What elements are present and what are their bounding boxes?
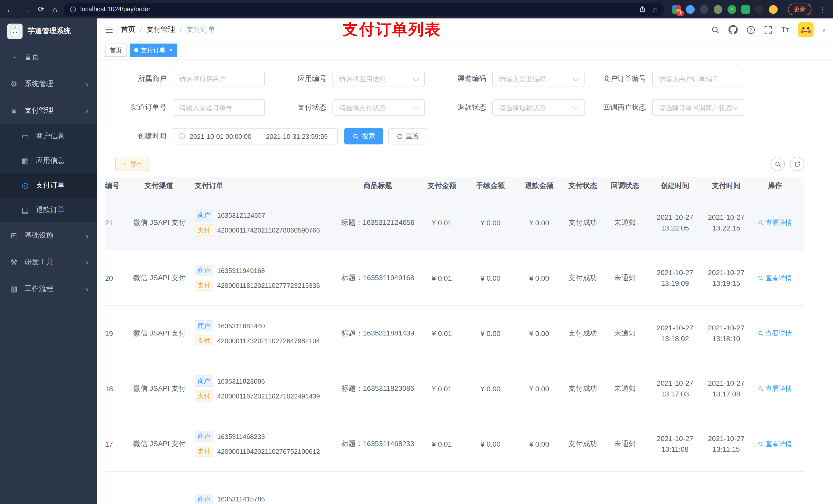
github-icon[interactable]: [729, 25, 738, 34]
home-icon[interactable]: ⌂: [52, 5, 57, 14]
cell-status: 支付成功: [564, 329, 602, 338]
document-icon: ▤: [21, 206, 30, 215]
toggle-search-button[interactable]: [770, 157, 785, 171]
cell-fee: ¥ 0.00: [466, 218, 515, 226]
refresh-table-button[interactable]: [790, 157, 804, 171]
extension-icon-4[interactable]: [714, 5, 722, 14]
address-bar[interactable]: localhost:1024/pay/order ☆: [63, 3, 664, 16]
view-detail-link[interactable]: 查看详情: [758, 439, 792, 449]
page-content: 所属商户 应用编号 渠道编码 商户订单编号 渠道订单号: [97, 59, 833, 504]
cell-action: 查看详情: [751, 273, 799, 283]
view-detail-link[interactable]: 查看详情: [758, 218, 792, 227]
cell-amount: ¥ 0.01: [418, 384, 466, 392]
back-icon[interactable]: ←: [6, 5, 14, 14]
filter-label: 渠道编码: [425, 74, 492, 83]
filter-label: 回调商户状态: [585, 103, 652, 112]
chevron-down-icon: ∨: [85, 81, 89, 87]
cell-pay-time: 2021-10-2713:11:15: [702, 433, 751, 455]
filter-input[interactable]: [173, 71, 265, 87]
chevron-down-icon: ∨: [85, 286, 89, 292]
breadcrumb-home[interactable]: 首页: [121, 25, 135, 34]
active-dot: [134, 48, 138, 52]
column-header: 支付金额: [418, 181, 466, 191]
logo-image: [7, 24, 23, 39]
cell-fee: ¥ 0.00: [466, 274, 515, 282]
cell-id: 17: [105, 440, 133, 448]
filter-input[interactable]: [332, 99, 425, 116]
sidebar-item-dev-tools[interactable]: ⚒ 研发工具 ∨: [0, 249, 97, 275]
cell-amount: ¥ 0.01: [418, 274, 466, 282]
extension-icon-8[interactable]: [769, 5, 778, 14]
filter-input[interactable]: [652, 71, 744, 87]
view-detail-link[interactable]: 查看详情: [758, 273, 792, 283]
cell-create-time: 2021-10-2713:18:02: [648, 322, 702, 344]
cell-id: 20: [105, 274, 133, 282]
pay-badge: 支付: [195, 335, 213, 346]
extension-icon-2[interactable]: [686, 5, 695, 14]
date-end[interactable]: 2021-10-31 23:59:59: [266, 133, 328, 140]
forward-icon[interactable]: →: [22, 5, 30, 14]
merchant-badge: 商户: [195, 494, 213, 504]
info-icon[interactable]: [69, 6, 76, 13]
table-row: 17 微信 JSAPI 支付 商户 1635311468233 支付 42000…: [105, 416, 804, 472]
chevron-down-icon: ∨: [85, 259, 89, 265]
reset-button[interactable]: 重置: [388, 128, 427, 144]
breadcrumb-pay-manage[interactable]: 支付管理: [146, 25, 175, 34]
browser-menu-icon[interactable]: ⋮: [818, 5, 827, 13]
extension-icon-5[interactable]: ✓: [728, 5, 736, 14]
filter-row-2: 渠道订单号 支付状态 退款状态 回调商户状态: [105, 99, 804, 116]
refresh-icon[interactable]: ⟳: [38, 5, 44, 14]
tab-pay-order[interactable]: 支付订单 ×: [129, 44, 177, 57]
sidebar-item-refund-order[interactable]: ▤ 退款订单: [0, 198, 97, 222]
cell-action: 查看详情: [751, 384, 799, 393]
extension-icon-1[interactable]: 10: [672, 5, 681, 14]
filter-input[interactable]: [652, 99, 744, 116]
help-icon[interactable]: ?: [746, 25, 755, 34]
cell-title: 标题：1635311823086: [338, 384, 418, 393]
sidebar-item-merchant-info[interactable]: ▭ 商户信息: [0, 124, 97, 148]
extension-icon-6[interactable]: [741, 5, 750, 14]
url-text[interactable]: localhost:1024/pay/order: [80, 6, 150, 13]
close-icon[interactable]: ×: [169, 47, 173, 54]
sidebar-item-pay-order[interactable]: ◎ 支付订单: [0, 173, 97, 198]
date-start[interactable]: 2021-10-01 00:00:00: [190, 133, 251, 140]
font-size-icon[interactable]: TT: [781, 25, 789, 34]
search-icon[interactable]: [711, 25, 720, 34]
sidebar-item-system[interactable]: ⚙ 系统管理 ∨: [0, 71, 97, 97]
extension-icon-3[interactable]: [700, 5, 709, 14]
filter-input[interactable]: [492, 99, 585, 116]
fullscreen-icon[interactable]: [764, 25, 772, 34]
sidebar-item-workflow[interactable]: ▧ 工作流程 ∨: [0, 275, 97, 302]
date-range-input[interactable]: 2021-10-01 00:00:00 - 2021-10-31 23:59:5…: [173, 128, 338, 144]
view-detail-link[interactable]: 查看详情: [758, 329, 792, 338]
view-detail-link[interactable]: 查看详情: [758, 384, 792, 393]
share-icon[interactable]: [639, 6, 646, 13]
export-button[interactable]: 导出: [115, 157, 149, 171]
menu-fold-icon[interactable]: [104, 25, 114, 34]
gear-icon: ⚙: [9, 79, 19, 89]
browser-nav: ← → ⟳ ⌂: [6, 5, 57, 14]
chevron-down-icon[interactable]: ∨: [822, 27, 826, 32]
filter-field: 渠道订单号: [105, 99, 265, 116]
avatar[interactable]: [798, 22, 813, 38]
filter-field: 所属商户: [105, 71, 265, 87]
cell-notify: 未通知: [602, 329, 648, 338]
sidebar-item-home[interactable]: ◔ 首页: [0, 44, 97, 71]
extension-icon-7[interactable]: [755, 5, 764, 14]
sidebar-item-app-info[interactable]: ▦ 应用信息: [0, 148, 97, 173]
filter-input[interactable]: [173, 99, 265, 116]
pay-badge: 支付: [195, 280, 213, 291]
sidebar-item-infrastructure[interactable]: ⊞ 基础设施 ∨: [0, 222, 97, 249]
browser-update-button[interactable]: 更新: [788, 3, 811, 15]
tab-home[interactable]: 首页: [105, 44, 126, 57]
star-icon[interactable]: ☆: [652, 5, 658, 13]
filter-input[interactable]: [492, 71, 585, 87]
filter-label: 退款状态: [425, 103, 492, 112]
sidebar-item-payment[interactable]: ¥ 支付管理 ∧: [0, 97, 97, 124]
tools-icon: ⚒: [9, 258, 19, 267]
search-button[interactable]: 搜索: [344, 128, 383, 144]
column-header: 支付订单: [185, 181, 338, 191]
table-row: 商户 1635311415786 支付 标题：: [105, 472, 804, 504]
cell-amount: ¥ 0.01: [418, 329, 466, 337]
filter-input[interactable]: [332, 71, 425, 87]
